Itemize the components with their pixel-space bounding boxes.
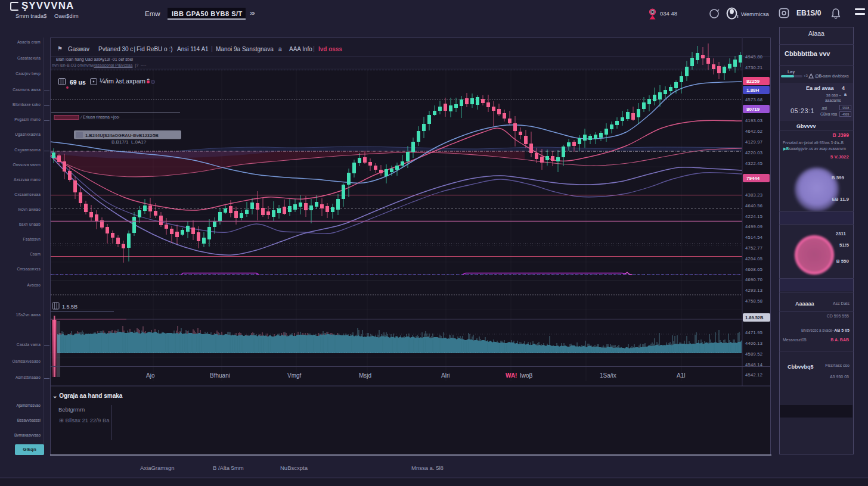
svg-text:4322.45: 4322.45 (745, 161, 762, 166)
svg-text:82259: 82259 (746, 79, 760, 84)
svg-text:WA!: WA! (506, 372, 517, 379)
svg-text:4224.15: 4224.15 (745, 214, 762, 219)
svg-text:Vmgf: Vmgf (287, 372, 302, 379)
svg-text:⁄ Eriuan rinssna ≈|oo·: ⁄ Eriuan rinssna ≈|oo· (80, 115, 120, 120)
svg-text:4383.23: 4383.23 (745, 192, 762, 198)
svg-text:4204.05: 4204.05 (745, 256, 762, 261)
svg-text:4293.13: 4293.13 (745, 288, 762, 293)
svg-text:4642.62: 4642.62 (745, 129, 762, 134)
svg-text:1.B244U|S24aOGRAU·6lvB1232⁄5B: 1.B244U|S24aOGRAU·6lvB1232⁄5B (85, 133, 159, 138)
svg-text:4608.65: 4608.65 (745, 267, 762, 272)
svg-text:4542.12: 4542.12 (745, 372, 762, 378)
svg-text:Bfhuani: Bfhuani (210, 372, 230, 379)
svg-text:4640.56: 4640.56 (745, 203, 762, 208)
svg-text:4758.58: 4758.58 (745, 298, 762, 304)
svg-text:1.89.52B: 1.89.52B (745, 315, 764, 320)
svg-text:Iwoβ: Iwoβ (520, 372, 533, 379)
svg-text:4548.14: 4548.14 (745, 362, 762, 367)
svg-text:4945.80: 4945.80 (745, 54, 762, 60)
svg-text:4406.13: 4406.13 (745, 341, 762, 346)
svg-text:4573.68: 4573.68 (745, 97, 762, 102)
svg-text:A1l: A1l (677, 372, 685, 379)
svg-text:4690.70: 4690.70 (745, 277, 762, 282)
svg-text:4589.52: 4589.52 (745, 351, 762, 357)
svg-text:Msjd: Msjd (359, 372, 371, 379)
svg-text:4752.77: 4752.77 (745, 245, 762, 251)
svg-text:B.B17/1 L.0A1?: B.B17/1 L.0A1? (111, 139, 147, 145)
svg-text:4499.09: 4499.09 (745, 224, 762, 229)
svg-text:4193.03: 4193.03 (745, 118, 762, 123)
svg-text:80719: 80719 (746, 107, 760, 112)
svg-text:79444: 79444 (746, 176, 760, 181)
svg-text:--- - ----- --- -- ------ ---: --- - ----- --- -- ------ --- ---- -- --… (128, 289, 219, 293)
svg-text:4730.21: 4730.21 (745, 65, 762, 70)
svg-text:1Sa/ix: 1Sa/ix (600, 372, 616, 379)
svg-text:1.88H: 1.88H (746, 88, 760, 93)
svg-text:Alri: Alri (441, 372, 450, 379)
svg-text:4514.54: 4514.54 (745, 235, 762, 240)
svg-text:4471.95: 4471.95 (745, 330, 762, 335)
svg-text:4220.03: 4220.03 (745, 150, 762, 155)
svg-text:4129.97: 4129.97 (745, 139, 762, 145)
svg-text:Ajo: Ajo (146, 372, 155, 379)
svg-text:1.5.5B: 1.5.5B (62, 304, 78, 310)
